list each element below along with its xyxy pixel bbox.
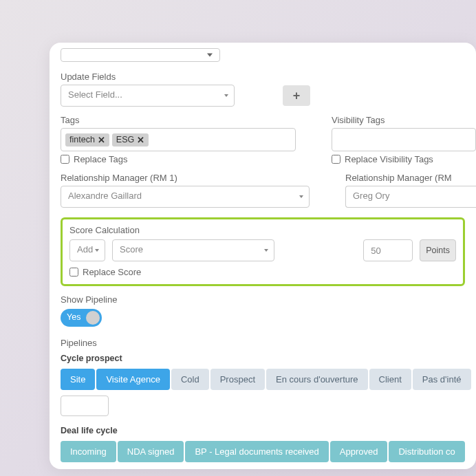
pipeline-stage[interactable]: BP - Legal documents received bbox=[185, 441, 328, 462]
toggle-on-text: Yes bbox=[67, 312, 80, 322]
score-field-select[interactable]: Score bbox=[112, 239, 274, 261]
replace-tags-checkbox[interactable] bbox=[61, 155, 69, 164]
update-fields-select[interactable]: Select Field... bbox=[61, 85, 235, 107]
score-op-select[interactable]: Add bbox=[69, 239, 105, 261]
replace-score-label: Replace Score bbox=[83, 267, 141, 277]
pipeline-stage[interactable]: Approved bbox=[330, 441, 388, 462]
rm2-select[interactable]: Greg Ory bbox=[345, 186, 476, 208]
pipeline-stage[interactable]: Cold bbox=[171, 369, 209, 390]
plus-icon: + bbox=[293, 89, 301, 103]
close-icon[interactable]: ✕ bbox=[98, 135, 105, 145]
replace-visibility-checkbox[interactable] bbox=[332, 155, 340, 164]
replace-score-row[interactable]: Replace Score bbox=[69, 267, 456, 277]
pipeline-stage[interactable]: Incoming bbox=[61, 441, 116, 462]
top-select[interactable] bbox=[61, 48, 220, 62]
pipeline-stage[interactable]: En cours d'ouverture bbox=[266, 369, 368, 390]
close-icon[interactable]: ✕ bbox=[137, 135, 144, 145]
pipeline-1-input[interactable] bbox=[61, 396, 109, 416]
replace-tags-checkbox-row[interactable]: Replace Tags bbox=[61, 154, 296, 164]
score-unit-label: Points bbox=[420, 239, 456, 261]
toggle-knob bbox=[86, 311, 100, 325]
score-calculation-section: Score Calculation Add Score Points Repla… bbox=[61, 217, 465, 286]
chevron-down-icon bbox=[264, 249, 268, 252]
add-field-button[interactable]: + bbox=[283, 85, 310, 106]
show-pipeline-label: Show Pipeline bbox=[61, 294, 476, 305]
chevron-down-icon bbox=[299, 195, 303, 198]
rm1-select[interactable]: Alexandre Gaillard bbox=[61, 186, 310, 208]
rm1-label: Relationship Manager (RM 1) bbox=[61, 173, 310, 183]
score-unit-text: Points bbox=[426, 246, 450, 255]
rm2-value: Greg Ory bbox=[353, 191, 389, 201]
tag-text: ESG bbox=[116, 135, 134, 144]
pipeline-stage[interactable]: Distribution co bbox=[389, 441, 464, 462]
tag-chip: ESG ✕ bbox=[112, 133, 149, 147]
tags-input[interactable]: fintech ✕ ESG ✕ bbox=[61, 128, 296, 151]
score-field-value: Score bbox=[120, 244, 143, 255]
tag-chip: fintech ✕ bbox=[65, 133, 109, 147]
chevron-down-icon bbox=[95, 249, 99, 252]
pipeline-stage[interactable]: Prospect bbox=[210, 369, 265, 390]
score-label: Score Calculation bbox=[69, 225, 456, 235]
pipeline-1-title: Cycle prospect bbox=[61, 354, 476, 363]
score-op-value: Add bbox=[77, 244, 93, 255]
chevron-down-icon bbox=[207, 54, 213, 57]
pipeline-stage[interactable]: Client bbox=[369, 369, 411, 390]
select-placeholder: Select Field... bbox=[68, 89, 122, 100]
visibility-tags-label: Visibility Tags bbox=[332, 115, 476, 125]
chevron-down-icon bbox=[224, 94, 228, 97]
update-fields-label: Update Fields bbox=[61, 72, 476, 82]
rm1-value: Alexandre Gaillard bbox=[68, 191, 142, 201]
form-card: Update Fields Select Field... + Tags fin… bbox=[50, 43, 476, 469]
replace-visibility-checkbox-row[interactable]: Replace Visibility Tags bbox=[332, 154, 476, 164]
pipeline-stage[interactable]: Pas d'inté bbox=[413, 369, 471, 390]
tags-label: Tags bbox=[61, 115, 296, 125]
pipeline-stage[interactable]: Visite Agence bbox=[96, 369, 170, 390]
tag-text: fintech bbox=[69, 135, 95, 144]
pipeline-stage[interactable]: Site bbox=[61, 369, 95, 390]
pipeline-2-title: Deal life cycle bbox=[61, 426, 476, 435]
score-value-input[interactable] bbox=[363, 239, 413, 261]
show-pipeline-toggle[interactable]: Yes bbox=[61, 309, 102, 327]
rm2-label: Relationship Manager (RM bbox=[345, 173, 476, 183]
visibility-tags-input[interactable] bbox=[332, 128, 476, 151]
replace-visibility-label: Replace Visibility Tags bbox=[345, 154, 433, 164]
pipeline-stage[interactable]: NDA signed bbox=[118, 441, 184, 462]
replace-tags-label: Replace Tags bbox=[74, 154, 128, 164]
pipeline-2-stages: Incoming NDA signed BP - Legal documents… bbox=[61, 441, 476, 462]
replace-score-checkbox[interactable] bbox=[69, 268, 78, 277]
pipelines-label: Pipelines bbox=[61, 338, 476, 348]
pipeline-1-stages: Site Visite Agence Cold Prospect En cour… bbox=[61, 369, 476, 390]
